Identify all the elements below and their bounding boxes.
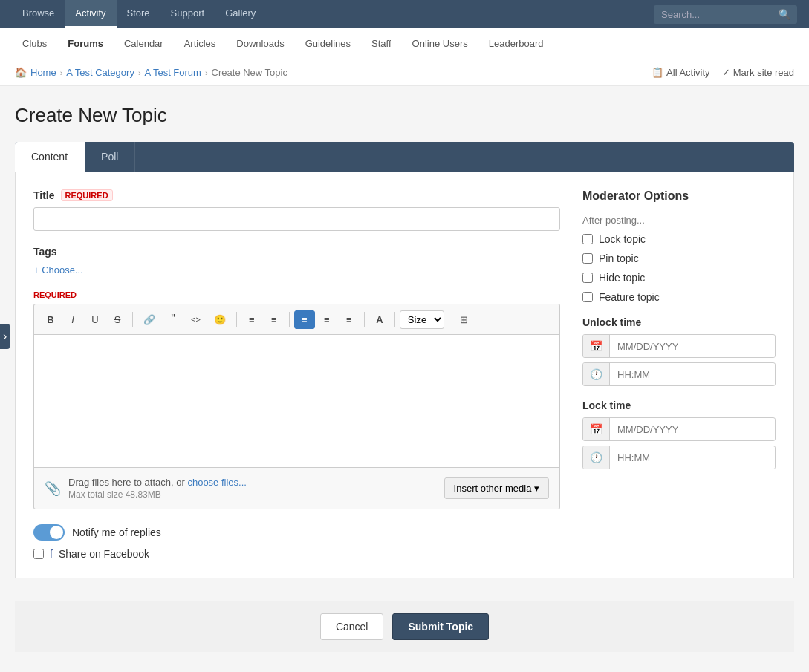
unlock-date-input[interactable] (610, 336, 775, 357)
cancel-button[interactable]: Cancel (320, 613, 384, 640)
sec-nav-staff[interactable]: Staff (361, 28, 402, 59)
search-input[interactable] (654, 5, 773, 24)
underline-button[interactable]: U (85, 310, 105, 329)
tags-label: Tags (33, 246, 560, 258)
breadcrumb-forum[interactable]: A Test Forum (145, 67, 201, 78)
tab-poll[interactable]: Poll (85, 142, 135, 172)
moderator-options: Moderator Options After posting... Lock … (582, 189, 776, 560)
page-content: Create New Topic Content Poll Title REQU… (0, 86, 809, 670)
editor-required: REQUIRED (33, 290, 560, 299)
unlock-date-wrap: 📅 (582, 334, 776, 358)
lock-time-wrap: 🕐 (582, 446, 776, 469)
sec-nav-online-users[interactable]: Online Users (402, 28, 478, 59)
editor-section: REQUIRED B I U S 🔗 " <> 🙂 ≡ ≡ (33, 290, 560, 509)
title-required-badge: REQUIRED (61, 189, 113, 201)
editor-toolbar: B I U S 🔗 " <> 🙂 ≡ ≡ ≡ ≡ (33, 304, 560, 334)
sec-nav-forums[interactable]: Forums (57, 28, 114, 59)
page-footer: Cancel Submit Topic (15, 601, 794, 652)
search-button[interactable]: 🔍 (773, 5, 797, 24)
size-select[interactable]: Size (400, 310, 444, 329)
main-layout: Title REQUIRED Tags + Choose... REQUIRED… (33, 189, 776, 560)
facebook-label: Share on Facebook (59, 548, 149, 560)
all-activity-link[interactable]: 📋 All Activity (652, 67, 710, 78)
tab-content[interactable]: Content (15, 142, 85, 172)
breadcrumb-home[interactable]: Home (30, 67, 56, 78)
toolbar-sep-4 (364, 312, 365, 327)
breadcrumb-category[interactable]: A Test Category (66, 67, 134, 78)
notify-label: Notify me of replies (72, 526, 161, 538)
strikethrough-button[interactable]: S (107, 310, 128, 329)
nav-item-support[interactable]: Support (160, 0, 215, 28)
feature-topic-label: Feature topic (599, 291, 660, 303)
title-input[interactable] (33, 207, 560, 231)
align-center-button[interactable]: ≡ (316, 310, 337, 329)
slide-handle[interactable]: › (0, 324, 10, 349)
sec-nav-clubs[interactable]: Clubs (12, 28, 57, 59)
mod-options-title: Moderator Options (582, 189, 776, 203)
unordered-list-button[interactable]: ≡ (241, 310, 262, 329)
editor-body[interactable] (33, 334, 560, 468)
toolbar-sep-3 (289, 312, 290, 327)
sec-nav-calendar[interactable]: Calendar (114, 28, 174, 59)
feature-topic-checkbox[interactable] (582, 292, 593, 302)
ordered-list-button[interactable]: ≡ (264, 310, 285, 329)
sec-nav-leaderboard[interactable]: Leaderboard (478, 28, 554, 59)
secondary-nav: Clubs Forums Calendar Articles Downloads… (0, 28, 809, 59)
lock-time-input[interactable] (610, 447, 775, 469)
facebook-row: f Share on Facebook (33, 548, 560, 560)
lock-time-label: Lock time (582, 399, 776, 411)
bold-button[interactable]: B (40, 310, 61, 329)
source-button[interactable]: ⊞ (454, 310, 475, 329)
clock-icon-unlock: 🕐 (583, 363, 610, 385)
pin-topic-label: Pin topic (599, 252, 639, 264)
calendar-icon-lock: 📅 (583, 418, 610, 440)
toggle-knob (50, 526, 63, 539)
check-icon: ✓ (722, 67, 730, 78)
hide-topic-label: Hide topic (599, 272, 645, 284)
italic-button[interactable]: I (62, 310, 83, 329)
lock-topic-checkbox[interactable] (582, 234, 593, 244)
lock-time-group: Lock time 📅 🕐 (582, 399, 776, 469)
nav-item-store[interactable]: Store (117, 0, 160, 28)
code-button[interactable]: <> (185, 311, 207, 327)
nav-item-activity[interactable]: Activity (65, 0, 116, 28)
link-button[interactable]: 🔗 (137, 310, 161, 329)
add-tag-button[interactable]: + Choose... (33, 264, 83, 275)
unlock-time-input[interactable] (610, 364, 775, 385)
tabs-container: Content Poll (15, 142, 794, 172)
hide-topic-checkbox[interactable] (582, 273, 593, 283)
facebook-checkbox[interactable] (33, 549, 44, 559)
submit-button[interactable]: Submit Topic (392, 613, 489, 640)
unlock-time-wrap: 🕐 (582, 362, 776, 386)
breadcrumb-sep-3: › (205, 68, 208, 77)
align-right-button[interactable]: ≡ (339, 310, 360, 329)
home-icon: 🏠 (15, 67, 27, 78)
page-title: Create New Topic (15, 104, 794, 127)
unlock-time-group: Unlock time 📅 🕐 (582, 316, 776, 386)
choose-files-link[interactable]: choose files... (187, 477, 247, 488)
tabs: Content Poll (15, 142, 794, 172)
breadcrumb-sep-2: › (138, 68, 141, 77)
search-box: 🔍 (654, 5, 797, 24)
lock-topic-row: Lock topic (582, 233, 776, 245)
align-left-button[interactable]: ≡ (294, 310, 315, 329)
emoji-button[interactable]: 🙂 (208, 310, 232, 329)
activity-icon: 📋 (652, 67, 663, 78)
sec-nav-articles[interactable]: Articles (174, 28, 227, 59)
sec-nav-guidelines[interactable]: Guidelines (295, 28, 361, 59)
text-color-button[interactable]: A (369, 310, 390, 329)
notify-toggle[interactable] (33, 524, 65, 541)
nav-item-browse[interactable]: Browse (12, 0, 65, 28)
mark-site-read-link[interactable]: ✓ Mark site read (722, 67, 794, 78)
lock-date-input[interactable] (610, 419, 775, 440)
toolbar-sep-6 (449, 312, 449, 327)
title-label: Title REQUIRED (33, 189, 560, 201)
pin-topic-checkbox[interactable] (582, 253, 593, 264)
attach-size: Max total size 48.83MB (68, 489, 247, 500)
attach-area: 📎 Drag files here to attach, or choose f… (45, 477, 247, 500)
quote-button[interactable]: " (163, 309, 183, 330)
nav-item-gallery[interactable]: Gallery (215, 0, 266, 28)
insert-media-button[interactable]: Insert other media ▾ (444, 477, 549, 499)
sec-nav-downloads[interactable]: Downloads (226, 28, 294, 59)
toolbar-sep-2 (236, 312, 237, 327)
